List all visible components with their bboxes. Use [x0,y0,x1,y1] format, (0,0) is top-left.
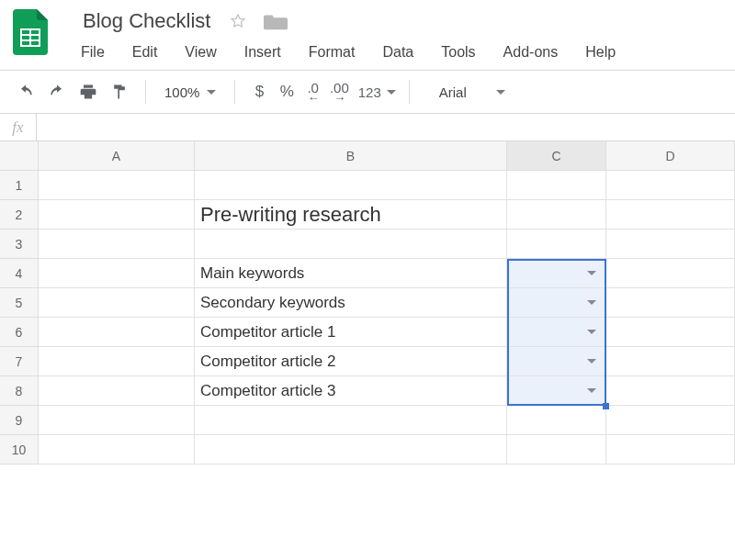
menu-bar: File Edit View Insert Format Data Tools … [81,35,728,66]
format-currency-button[interactable]: $ [248,83,270,101]
formula-bar: fx [0,114,735,141]
row-header[interactable]: 2 [0,200,39,230]
decrease-decimal-button[interactable]: .0← [307,81,319,104]
chevron-down-icon [207,90,216,95]
cell-D10[interactable] [606,435,735,465]
column-header-B[interactable]: B [195,141,507,171]
menu-view[interactable]: View [171,42,230,66]
cell-B7[interactable]: Competitor article 2 [195,347,507,376]
cell-B3[interactable] [195,230,507,259]
cell-D8[interactable] [606,376,735,406]
toolbar-separator [145,80,146,104]
cell-A7[interactable] [39,347,195,376]
increase-decimal-button[interactable]: .00→ [330,81,349,104]
cell-C9[interactable] [507,406,606,435]
title-area: Blog Checklist File Edit View Insert For… [81,7,728,66]
cell-D4[interactable] [606,259,735,288]
cell-B4[interactable]: Main keywords [195,259,507,288]
toolbar: 100% $ % .0← .00→ 123 Arial [0,70,735,114]
paint-format-button[interactable] [107,78,132,106]
menu-insert[interactable]: Insert [231,42,295,66]
column-header-C[interactable]: C [507,141,606,171]
cell-D1[interactable] [606,171,735,200]
row-header[interactable]: 8 [0,376,39,406]
row-header[interactable]: 6 [0,318,39,347]
cell-A9[interactable] [39,406,195,435]
cell-C7-dropdown[interactable] [507,347,606,376]
row-header[interactable]: 4 [0,259,39,288]
cell-C5-dropdown[interactable] [507,288,606,318]
sheets-app-icon [13,9,48,55]
cell-A3[interactable] [39,230,195,259]
menu-format[interactable]: Format [295,42,369,66]
cell-A6[interactable] [39,318,195,347]
column-header-D[interactable]: D [606,141,735,171]
spreadsheet-grid[interactable]: A B C D 1 2 Pre-writing research 3 4 Mai… [0,141,735,465]
menu-tools[interactable]: Tools [427,42,489,66]
row-header[interactable]: 7 [0,347,39,376]
zoom-value: 100% [164,84,199,100]
cell-C3[interactable] [507,230,606,259]
font-name: Arial [439,84,467,100]
fx-icon: fx [0,114,37,140]
redo-button[interactable] [44,78,70,106]
format-percent-button[interactable]: % [276,83,298,101]
toolbar-separator [234,80,235,104]
cell-C6-dropdown[interactable] [507,318,606,347]
star-icon[interactable] [229,12,247,30]
cell-C1[interactable] [507,171,606,200]
chevron-down-icon [587,271,596,275]
row-header[interactable]: 5 [0,288,39,318]
menu-add-ons[interactable]: Add-ons [490,42,572,66]
column-header-A[interactable]: A [39,141,195,171]
cell-A4[interactable] [39,259,195,288]
row-header[interactable]: 3 [0,230,39,259]
cell-C10[interactable] [507,435,606,465]
cell-B2[interactable]: Pre-writing research [195,200,507,230]
cell-B10[interactable] [195,435,507,465]
cell-B1[interactable] [195,171,507,200]
formula-input[interactable] [37,114,735,140]
cell-A8[interactable] [39,376,195,406]
cell-D9[interactable] [606,406,735,435]
cell-A2[interactable] [39,200,195,230]
cell-C2[interactable] [507,200,606,230]
menu-edit[interactable]: Edit [119,42,172,66]
cell-D5[interactable] [606,288,735,318]
cell-D2[interactable] [606,200,735,230]
chevron-down-icon [587,330,596,334]
cell-D7[interactable] [606,347,735,376]
cell-B5[interactable]: Secondary keywords [195,288,507,318]
chevron-down-icon [587,300,596,305]
font-selector[interactable]: Arial [423,84,505,100]
chevron-down-icon [387,90,396,95]
document-title[interactable]: Blog Checklist [81,7,212,35]
chevron-down-icon [496,90,505,95]
cell-D6[interactable] [606,318,735,347]
cell-B6[interactable]: Competitor article 1 [195,318,507,347]
folder-move-icon[interactable] [264,12,288,30]
cell-D3[interactable] [606,230,735,259]
row-header[interactable]: 10 [0,435,39,465]
cell-A10[interactable] [39,435,195,465]
menu-data[interactable]: Data [368,42,427,66]
app-header: Blog Checklist File Edit View Insert For… [0,0,735,66]
row-header[interactable]: 1 [0,171,39,200]
cell-B8[interactable]: Competitor article 3 [195,376,507,406]
row-header[interactable]: 9 [0,406,39,435]
select-all-corner[interactable] [0,141,39,171]
cell-A5[interactable] [39,288,195,318]
more-formats-button[interactable]: 123 [358,84,396,100]
print-button[interactable] [75,78,101,106]
undo-button[interactable] [13,78,39,106]
cell-C8-dropdown[interactable] [507,376,606,406]
cell-B9[interactable] [195,406,507,435]
cell-A1[interactable] [39,171,195,200]
menu-file[interactable]: File [81,42,119,66]
cell-C4-dropdown[interactable] [507,259,606,288]
menu-help[interactable]: Help [571,42,629,66]
chevron-down-icon [587,388,596,393]
toolbar-separator [409,80,410,104]
chevron-down-icon [587,359,596,364]
zoom-selector[interactable]: 100% [159,84,221,100]
